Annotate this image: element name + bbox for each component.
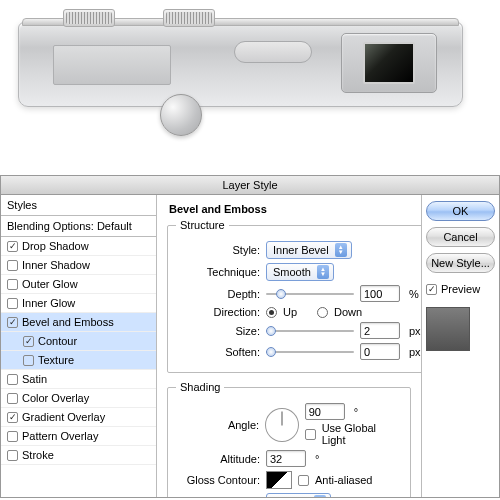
camera-dial-left bbox=[63, 9, 115, 27]
camera-inset-panel bbox=[53, 45, 171, 85]
chevron-updown-icon: ▲▼ bbox=[314, 495, 326, 497]
checkbox-pattern-overlay[interactable] bbox=[7, 431, 18, 442]
chevron-updown-icon: ▲▼ bbox=[317, 265, 329, 279]
angle-dial[interactable] bbox=[265, 408, 299, 442]
preview-swatch bbox=[426, 307, 470, 351]
preview-checkbox[interactable] bbox=[426, 284, 437, 295]
antialiased-checkbox[interactable] bbox=[298, 475, 309, 486]
highlight-mode-label: Highlight Mode: bbox=[176, 496, 260, 497]
soften-input[interactable]: 0 bbox=[360, 343, 400, 360]
shading-group: Shading Angle: 90 ° Use Global Light bbox=[167, 381, 411, 497]
depth-input[interactable]: 100 bbox=[360, 285, 400, 302]
checkbox-gradient-overlay[interactable] bbox=[7, 412, 18, 423]
size-input[interactable]: 2 bbox=[360, 322, 400, 339]
soften-slider[interactable] bbox=[266, 345, 354, 359]
angle-label: Angle: bbox=[176, 419, 259, 431]
style-drop-shadow[interactable]: Drop Shadow bbox=[1, 237, 156, 256]
angle-input[interactable]: 90 bbox=[305, 403, 345, 420]
styles-panel: Styles Blending Options: Default Drop Sh… bbox=[1, 195, 157, 497]
size-label: Size: bbox=[176, 325, 260, 337]
size-slider[interactable] bbox=[266, 324, 354, 338]
preview-label: Preview bbox=[441, 283, 480, 295]
technique-select[interactable]: Smooth▲▼ bbox=[266, 263, 334, 281]
camera-hot-shoe bbox=[234, 41, 312, 63]
structure-group: Structure Style: Inner Bevel▲▼ Technique… bbox=[167, 219, 421, 373]
cancel-button[interactable]: Cancel bbox=[426, 227, 495, 247]
direction-label: Direction: bbox=[176, 306, 260, 318]
checkbox-texture[interactable] bbox=[23, 355, 34, 366]
size-unit: px bbox=[409, 325, 421, 337]
technique-label: Technique: bbox=[176, 266, 260, 278]
blending-options-header[interactable]: Blending Options: Default bbox=[1, 216, 156, 237]
style-inner-shadow[interactable]: Inner Shadow bbox=[1, 256, 156, 275]
shading-legend: Shading bbox=[176, 381, 224, 393]
camera-dial-right bbox=[163, 9, 215, 27]
checkbox-inner-glow[interactable] bbox=[7, 298, 18, 309]
direction-up-radio[interactable] bbox=[266, 307, 277, 318]
highlight-mode-select[interactable]: Screen▲▼ bbox=[266, 493, 331, 497]
altitude-label: Altitude: bbox=[176, 453, 260, 465]
dialog-actions: OK Cancel New Style... Preview bbox=[421, 195, 499, 497]
style-satin[interactable]: Satin bbox=[1, 370, 156, 389]
gloss-contour-picker[interactable] bbox=[266, 471, 292, 489]
checkbox-satin[interactable] bbox=[7, 374, 18, 385]
new-style-button[interactable]: New Style... bbox=[426, 253, 495, 273]
bevel-emboss-panel: Bevel and Emboss Structure Style: Inner … bbox=[157, 195, 421, 497]
style-pattern-overlay[interactable]: Pattern Overlay bbox=[1, 427, 156, 446]
panel-heading: Bevel and Emboss bbox=[169, 203, 411, 215]
dialog-titlebar: Layer Style bbox=[0, 175, 500, 195]
camera-knob bbox=[160, 94, 202, 136]
styles-header[interactable]: Styles bbox=[1, 195, 156, 216]
ok-button[interactable]: OK bbox=[426, 201, 495, 221]
style-bevel-emboss[interactable]: Bevel and Emboss bbox=[1, 313, 156, 332]
camera-illustration bbox=[0, 0, 500, 175]
style-color-overlay[interactable]: Color Overlay bbox=[1, 389, 156, 408]
camera-viewfinder-window bbox=[363, 42, 415, 84]
checkbox-outer-glow[interactable] bbox=[7, 279, 18, 290]
altitude-input[interactable]: 32 bbox=[266, 450, 306, 467]
checkbox-color-overlay[interactable] bbox=[7, 393, 18, 404]
depth-label: Depth: bbox=[176, 288, 260, 300]
style-contour[interactable]: Contour bbox=[1, 332, 156, 351]
gloss-contour-label: Gloss Contour: bbox=[176, 474, 260, 486]
checkbox-inner-shadow[interactable] bbox=[7, 260, 18, 271]
depth-slider[interactable] bbox=[266, 287, 354, 301]
checkbox-drop-shadow[interactable] bbox=[7, 241, 18, 252]
camera-body bbox=[18, 22, 463, 107]
style-stroke[interactable]: Stroke bbox=[1, 446, 156, 465]
style-select[interactable]: Inner Bevel▲▼ bbox=[266, 241, 352, 259]
global-light-checkbox[interactable] bbox=[305, 429, 316, 440]
chevron-updown-icon: ▲▼ bbox=[335, 243, 347, 257]
checkbox-bevel-emboss[interactable] bbox=[7, 317, 18, 328]
checkbox-contour[interactable] bbox=[23, 336, 34, 347]
direction-down-radio[interactable] bbox=[317, 307, 328, 318]
depth-unit: % bbox=[409, 288, 419, 300]
style-label: Style: bbox=[176, 244, 260, 256]
camera-viewfinder-housing bbox=[341, 33, 437, 93]
checkbox-stroke[interactable] bbox=[7, 450, 18, 461]
structure-legend: Structure bbox=[176, 219, 229, 231]
soften-label: Soften: bbox=[176, 346, 260, 358]
style-inner-glow[interactable]: Inner Glow bbox=[1, 294, 156, 313]
style-outer-glow[interactable]: Outer Glow bbox=[1, 275, 156, 294]
style-texture[interactable]: Texture bbox=[1, 351, 156, 370]
style-gradient-overlay[interactable]: Gradient Overlay bbox=[1, 408, 156, 427]
layer-style-dialog: Layer Style Styles Blending Options: Def… bbox=[0, 175, 500, 500]
soften-unit: px bbox=[409, 346, 421, 358]
